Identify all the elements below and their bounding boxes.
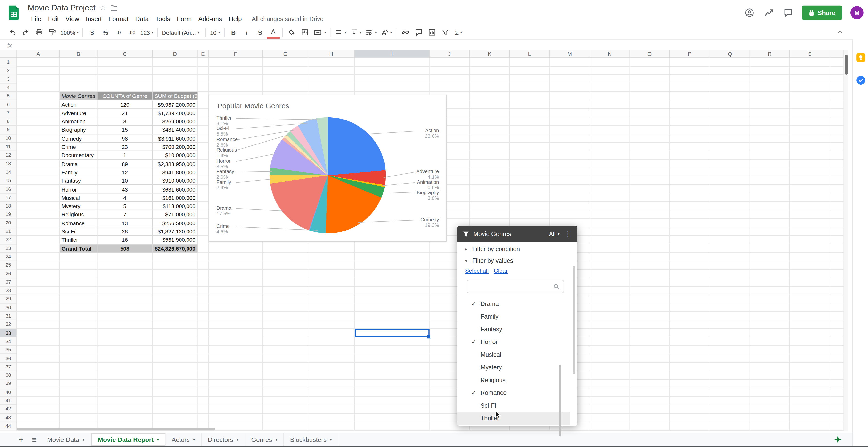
column-header-P[interactable]: P xyxy=(670,50,710,58)
pivot-cell-budget[interactable]: $631,600,000 xyxy=(153,185,198,194)
row-header-4[interactable]: 4 xyxy=(0,83,17,92)
pivot-cell-count[interactable]: 43 xyxy=(97,185,153,194)
menu-view[interactable]: View xyxy=(62,15,83,22)
text-color-button[interactable]: A xyxy=(267,26,280,39)
row-header-22[interactable]: 22 xyxy=(0,236,17,244)
row-header-19[interactable]: 19 xyxy=(0,210,17,219)
increase-decimals-button[interactable]: .00 xyxy=(125,27,139,38)
row-header-8[interactable]: 8 xyxy=(0,117,17,126)
zoom-select[interactable]: 100%▾ xyxy=(59,27,81,38)
filter-list-scrollbar[interactable] xyxy=(559,365,561,437)
sheet-tab-directors[interactable]: Directors▾ xyxy=(202,433,245,446)
select-all-corner[interactable] xyxy=(0,50,17,58)
tasks-icon[interactable] xyxy=(856,76,865,85)
row-header-14[interactable]: 14 xyxy=(0,168,17,176)
all-sheets-button[interactable]: ≡ xyxy=(28,433,41,446)
pivot-cell-genre[interactable]: Sci-Fi xyxy=(60,228,97,236)
row-header-28[interactable]: 28 xyxy=(0,286,17,295)
pivot-cell-budget[interactable]: $1,739,400,000 xyxy=(153,109,198,117)
menu-edit[interactable]: Edit xyxy=(44,15,62,22)
row-header-32[interactable]: 32 xyxy=(0,320,17,329)
insert-link-button[interactable] xyxy=(399,27,412,38)
pivot-cell-budget[interactable]: $113,000,000 xyxy=(153,202,198,210)
insert-comment-button[interactable] xyxy=(412,27,425,38)
column-header-S[interactable]: S xyxy=(790,50,830,58)
column-header-N[interactable]: N xyxy=(590,50,630,58)
merge-cells-button[interactable]: ▾ xyxy=(311,27,328,38)
row-header-21[interactable]: 21 xyxy=(0,228,17,236)
decrease-decimals-button[interactable]: .0 xyxy=(112,27,125,38)
row-header-10[interactable]: 10 xyxy=(0,134,17,143)
clear-link[interactable]: Clear xyxy=(494,267,507,274)
filter-by-values-row[interactable]: ▾ Filter by values xyxy=(457,256,577,265)
chevron-down-icon[interactable]: ▾ xyxy=(330,437,332,442)
sheet-tab-movie-data[interactable]: Movie Data▾ xyxy=(41,433,91,446)
row-header-31[interactable]: 31 xyxy=(0,312,17,320)
row-header-42[interactable]: 42 xyxy=(0,405,17,414)
sheet-tab-actors[interactable]: Actors▾ xyxy=(166,433,202,446)
row-header-25[interactable]: 25 xyxy=(0,261,17,270)
pivot-cell-genre[interactable]: Romance xyxy=(60,219,97,228)
pivot-cell-budget[interactable]: $269,000,000 xyxy=(153,117,198,126)
row-header-17[interactable]: 17 xyxy=(0,194,17,202)
row-header-34[interactable]: 34 xyxy=(0,337,17,346)
row-header-6[interactable]: 6 xyxy=(0,100,17,109)
star-icon[interactable]: ☆ xyxy=(100,4,106,12)
presence-icon[interactable] xyxy=(744,7,755,19)
pivot-cell-count[interactable]: 98 xyxy=(97,134,153,143)
chevron-down-icon[interactable]: ▾ xyxy=(157,437,159,442)
filter-value-horror[interactable]: ✓Horror xyxy=(457,336,570,348)
row-header-5[interactable]: 5 xyxy=(0,92,17,100)
column-header-M[interactable]: M xyxy=(550,50,590,58)
paint-format-button[interactable] xyxy=(45,27,59,38)
column-header-Q[interactable]: Q xyxy=(710,50,750,58)
row-header-30[interactable]: 30 xyxy=(0,304,17,312)
vertical-scrollbar[interactable] xyxy=(844,50,848,431)
pivot-cell-genre[interactable]: Family xyxy=(60,168,97,176)
explore-button[interactable] xyxy=(833,435,842,444)
pivot-total-label[interactable]: Grand Total xyxy=(60,244,97,253)
row-header-23[interactable]: 23 xyxy=(0,244,17,253)
sheet-tab-blockbusters[interactable]: Blockbusters▾ xyxy=(284,433,338,446)
pivot-cell-genre[interactable]: Biography xyxy=(60,126,97,134)
font-select[interactable]: Default (Ari...▾ xyxy=(160,27,203,38)
column-header-C[interactable]: C xyxy=(97,50,153,58)
pivot-cell-budget[interactable]: $910,000,000 xyxy=(153,176,198,185)
pivot-cell-count[interactable]: 89 xyxy=(97,160,153,168)
filter-value-drama[interactable]: ✓Drama xyxy=(457,298,570,310)
pivot-cell-count[interactable]: 10 xyxy=(97,176,153,185)
vertical-scrollbar-thumb[interactable] xyxy=(845,55,848,75)
account-avatar[interactable]: M xyxy=(850,6,864,20)
column-header-R[interactable]: R xyxy=(750,50,790,58)
functions-button[interactable]: Σ▾ xyxy=(452,27,465,38)
filter-popup-header[interactable]: Movie Genres All▾ ⋮ xyxy=(457,226,577,242)
filter-value-family[interactable]: Family xyxy=(457,310,570,323)
pie-chart[interactable] xyxy=(270,117,386,234)
row-header-26[interactable]: 26 xyxy=(0,270,17,278)
menu-form[interactable]: Form xyxy=(174,15,195,22)
row-header-33[interactable]: 33 xyxy=(0,329,17,337)
row-header-39[interactable]: 39 xyxy=(0,380,17,388)
row-header-11[interactable]: 11 xyxy=(0,143,17,151)
formula-input[interactable] xyxy=(23,40,868,50)
pivot-cell-count[interactable]: 7 xyxy=(97,210,153,219)
menu-addons[interactable]: Add-ons xyxy=(195,15,225,22)
horizontal-scrollbar[interactable] xyxy=(17,427,215,430)
fill-handle[interactable] xyxy=(427,335,431,338)
pivot-cell-genre[interactable]: Animation xyxy=(60,117,97,126)
pivot-cell-budget[interactable]: $161,000,000 xyxy=(153,194,198,202)
filter-scope-select[interactable]: All▾ xyxy=(549,230,560,237)
row-header-3[interactable]: 3 xyxy=(0,75,17,83)
row-header-24[interactable]: 24 xyxy=(0,253,17,261)
pivot-cell-budget[interactable]: $2,383,950,000 xyxy=(153,160,198,168)
pivot-cell-genre[interactable]: Crime xyxy=(60,143,97,151)
row-header-41[interactable]: 41 xyxy=(0,397,17,405)
column-header-O[interactable]: O xyxy=(630,50,670,58)
font-size-select[interactable]: 10▾ xyxy=(208,27,222,38)
row-header-40[interactable]: 40 xyxy=(0,388,17,397)
pivot-cell-budget[interactable]: $700,200,000 xyxy=(153,143,198,151)
filter-panel-scrollbar[interactable] xyxy=(573,266,575,374)
bold-button[interactable]: B xyxy=(227,27,240,38)
column-header-G[interactable]: G xyxy=(263,50,308,58)
menu-tools[interactable]: Tools xyxy=(152,15,174,22)
